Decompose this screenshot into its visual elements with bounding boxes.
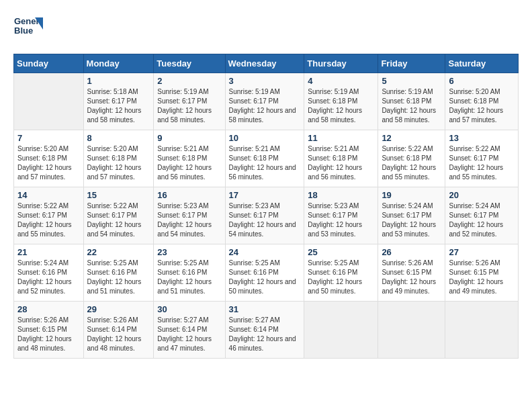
day-info: Sunrise: 5:26 AM Sunset: 6:14 PM Dayligh… bbox=[87, 316, 150, 353]
calendar-cell: 31Sunrise: 5:27 AM Sunset: 6:14 PM Dayli… bbox=[225, 302, 304, 359]
day-info: Sunrise: 5:23 AM Sunset: 6:17 PM Dayligh… bbox=[229, 201, 301, 239]
weekday-header-thursday: Thursday bbox=[304, 54, 378, 73]
calendar-cell: 16Sunrise: 5:23 AM Sunset: 6:17 PM Dayli… bbox=[154, 187, 225, 244]
calendar-cell: 1Sunrise: 5:18 AM Sunset: 6:17 PM Daylig… bbox=[83, 73, 154, 130]
calendar-cell: 21Sunrise: 5:24 AM Sunset: 6:16 PM Dayli… bbox=[14, 244, 84, 302]
day-number: 7 bbox=[17, 133, 80, 143]
calendar-cell: 15Sunrise: 5:22 AM Sunset: 6:17 PM Dayli… bbox=[83, 187, 154, 244]
day-info: Sunrise: 5:27 AM Sunset: 6:14 PM Dayligh… bbox=[229, 316, 301, 353]
logo: General Blue bbox=[13, 13, 43, 43]
day-number: 22 bbox=[87, 247, 150, 257]
calendar-cell: 25Sunrise: 5:25 AM Sunset: 6:16 PM Dayli… bbox=[304, 244, 378, 302]
calendar-cell: 3Sunrise: 5:19 AM Sunset: 6:17 PM Daylig… bbox=[225, 73, 304, 130]
week-row-3: 14Sunrise: 5:22 AM Sunset: 6:17 PM Dayli… bbox=[14, 187, 519, 244]
day-info: Sunrise: 5:26 AM Sunset: 6:15 PM Dayligh… bbox=[449, 259, 515, 296]
day-number: 10 bbox=[229, 133, 301, 143]
weekday-header-row: SundayMondayTuesdayWednesdayThursdayFrid… bbox=[14, 54, 519, 73]
day-info: Sunrise: 5:25 AM Sunset: 6:16 PM Dayligh… bbox=[87, 259, 150, 296]
calendar-cell: 23Sunrise: 5:25 AM Sunset: 6:16 PM Dayli… bbox=[154, 244, 225, 302]
calendar-cell: 10Sunrise: 5:21 AM Sunset: 6:18 PM Dayli… bbox=[225, 130, 304, 187]
calendar-cell: 29Sunrise: 5:26 AM Sunset: 6:14 PM Dayli… bbox=[83, 302, 154, 359]
calendar-cell bbox=[14, 73, 84, 130]
svg-text:Blue: Blue bbox=[14, 26, 33, 36]
calendar-cell: 11Sunrise: 5:21 AM Sunset: 6:18 PM Dayli… bbox=[304, 130, 378, 187]
day-number: 14 bbox=[17, 190, 80, 200]
calendar-cell: 12Sunrise: 5:22 AM Sunset: 6:18 PM Dayli… bbox=[378, 130, 445, 187]
weekday-header-tuesday: Tuesday bbox=[154, 54, 225, 73]
day-number: 20 bbox=[449, 190, 515, 200]
logo-svg: General Blue bbox=[13, 13, 43, 43]
day-number: 11 bbox=[308, 133, 374, 143]
day-info: Sunrise: 5:24 AM Sunset: 6:17 PM Dayligh… bbox=[449, 201, 515, 239]
day-info: Sunrise: 5:21 AM Sunset: 6:18 PM Dayligh… bbox=[229, 144, 301, 182]
day-number: 19 bbox=[382, 190, 441, 200]
day-info: Sunrise: 5:26 AM Sunset: 6:15 PM Dayligh… bbox=[382, 259, 441, 296]
day-info: Sunrise: 5:25 AM Sunset: 6:16 PM Dayligh… bbox=[157, 259, 221, 296]
day-info: Sunrise: 5:24 AM Sunset: 6:16 PM Dayligh… bbox=[17, 259, 80, 296]
day-info: Sunrise: 5:19 AM Sunset: 6:17 PM Dayligh… bbox=[157, 87, 221, 125]
day-info: Sunrise: 5:22 AM Sunset: 6:17 PM Dayligh… bbox=[17, 201, 80, 239]
day-number: 3 bbox=[229, 76, 301, 86]
week-row-5: 28Sunrise: 5:26 AM Sunset: 6:15 PM Dayli… bbox=[14, 302, 519, 359]
calendar-cell: 13Sunrise: 5:22 AM Sunset: 6:17 PM Dayli… bbox=[445, 130, 519, 187]
weekday-header-wednesday: Wednesday bbox=[225, 54, 304, 73]
weekday-header-saturday: Saturday bbox=[445, 54, 519, 73]
week-row-1: 1Sunrise: 5:18 AM Sunset: 6:17 PM Daylig… bbox=[14, 73, 519, 130]
weekday-header-friday: Friday bbox=[378, 54, 445, 73]
calendar-cell: 18Sunrise: 5:23 AM Sunset: 6:17 PM Dayli… bbox=[304, 187, 378, 244]
day-info: Sunrise: 5:25 AM Sunset: 6:16 PM Dayligh… bbox=[229, 259, 301, 296]
calendar-cell: 2Sunrise: 5:19 AM Sunset: 6:17 PM Daylig… bbox=[154, 73, 225, 130]
day-info: Sunrise: 5:20 AM Sunset: 6:18 PM Dayligh… bbox=[87, 144, 150, 182]
week-row-4: 21Sunrise: 5:24 AM Sunset: 6:16 PM Dayli… bbox=[14, 244, 519, 302]
calendar-cell bbox=[304, 302, 378, 359]
day-number: 8 bbox=[87, 133, 150, 143]
day-info: Sunrise: 5:19 AM Sunset: 6:18 PM Dayligh… bbox=[308, 87, 374, 125]
day-number: 23 bbox=[157, 247, 221, 257]
calendar-cell: 27Sunrise: 5:26 AM Sunset: 6:15 PM Dayli… bbox=[445, 244, 519, 302]
calendar-cell: 30Sunrise: 5:27 AM Sunset: 6:14 PM Dayli… bbox=[154, 302, 225, 359]
day-info: Sunrise: 5:22 AM Sunset: 6:17 PM Dayligh… bbox=[87, 201, 150, 239]
day-info: Sunrise: 5:23 AM Sunset: 6:17 PM Dayligh… bbox=[308, 201, 374, 239]
day-info: Sunrise: 5:26 AM Sunset: 6:15 PM Dayligh… bbox=[17, 316, 80, 353]
day-info: Sunrise: 5:27 AM Sunset: 6:14 PM Dayligh… bbox=[157, 316, 221, 353]
day-info: Sunrise: 5:24 AM Sunset: 6:17 PM Dayligh… bbox=[382, 201, 441, 239]
day-number: 1 bbox=[87, 76, 150, 86]
calendar-cell: 26Sunrise: 5:26 AM Sunset: 6:15 PM Dayli… bbox=[378, 244, 445, 302]
calendar-cell: 20Sunrise: 5:24 AM Sunset: 6:17 PM Dayli… bbox=[445, 187, 519, 244]
calendar-cell bbox=[378, 302, 445, 359]
day-number: 26 bbox=[382, 247, 441, 257]
calendar-cell: 24Sunrise: 5:25 AM Sunset: 6:16 PM Dayli… bbox=[225, 244, 304, 302]
day-number: 25 bbox=[308, 247, 374, 257]
day-number: 2 bbox=[157, 76, 221, 86]
calendar-cell: 7Sunrise: 5:20 AM Sunset: 6:18 PM Daylig… bbox=[14, 130, 84, 187]
day-info: Sunrise: 5:20 AM Sunset: 6:18 PM Dayligh… bbox=[17, 144, 80, 182]
day-info: Sunrise: 5:20 AM Sunset: 6:18 PM Dayligh… bbox=[449, 87, 515, 125]
calendar-cell: 9Sunrise: 5:21 AM Sunset: 6:18 PM Daylig… bbox=[154, 130, 225, 187]
day-number: 28 bbox=[17, 304, 80, 314]
day-info: Sunrise: 5:19 AM Sunset: 6:18 PM Dayligh… bbox=[382, 87, 441, 125]
day-number: 29 bbox=[87, 304, 150, 314]
logo-box: General Blue bbox=[13, 13, 43, 43]
day-number: 21 bbox=[17, 247, 80, 257]
day-number: 12 bbox=[382, 133, 441, 143]
week-row-2: 7Sunrise: 5:20 AM Sunset: 6:18 PM Daylig… bbox=[14, 130, 519, 187]
day-info: Sunrise: 5:19 AM Sunset: 6:17 PM Dayligh… bbox=[229, 87, 301, 125]
page-header: General Blue bbox=[13, 13, 519, 43]
calendar-cell: 28Sunrise: 5:26 AM Sunset: 6:15 PM Dayli… bbox=[14, 302, 84, 359]
day-number: 4 bbox=[308, 76, 374, 86]
day-info: Sunrise: 5:23 AM Sunset: 6:17 PM Dayligh… bbox=[157, 201, 221, 239]
calendar-cell: 6Sunrise: 5:20 AM Sunset: 6:18 PM Daylig… bbox=[445, 73, 519, 130]
day-number: 17 bbox=[229, 190, 301, 200]
day-number: 18 bbox=[308, 190, 374, 200]
calendar-cell: 5Sunrise: 5:19 AM Sunset: 6:18 PM Daylig… bbox=[378, 73, 445, 130]
day-number: 6 bbox=[449, 76, 515, 86]
day-info: Sunrise: 5:21 AM Sunset: 6:18 PM Dayligh… bbox=[157, 144, 221, 182]
calendar-cell: 22Sunrise: 5:25 AM Sunset: 6:16 PM Dayli… bbox=[83, 244, 154, 302]
day-number: 5 bbox=[382, 76, 441, 86]
day-info: Sunrise: 5:22 AM Sunset: 6:17 PM Dayligh… bbox=[449, 144, 515, 182]
calendar-cell: 8Sunrise: 5:20 AM Sunset: 6:18 PM Daylig… bbox=[83, 130, 154, 187]
calendar-cell: 4Sunrise: 5:19 AM Sunset: 6:18 PM Daylig… bbox=[304, 73, 378, 130]
day-number: 30 bbox=[157, 304, 221, 314]
day-number: 24 bbox=[229, 247, 301, 257]
calendar-cell: 14Sunrise: 5:22 AM Sunset: 6:17 PM Dayli… bbox=[14, 187, 84, 244]
